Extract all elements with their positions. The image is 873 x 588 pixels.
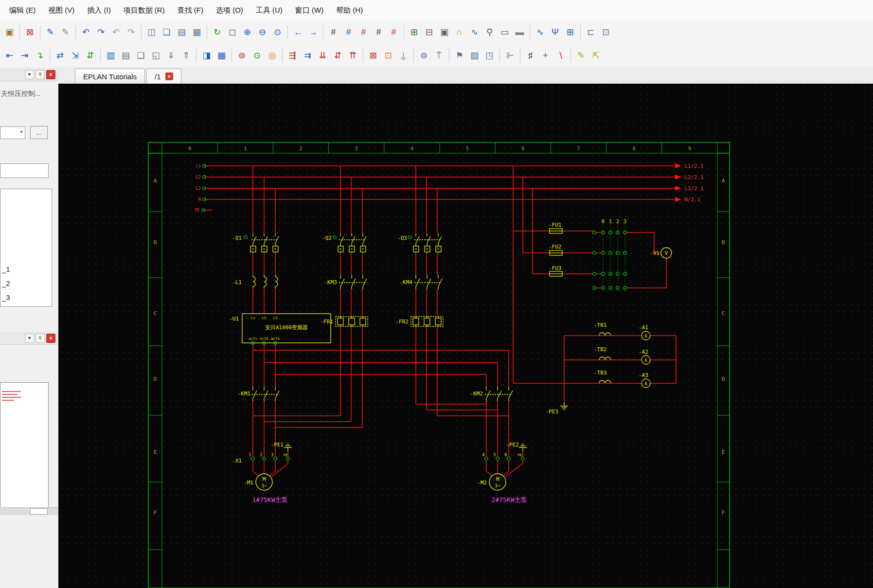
schematic-label[interactable]: -M2 bbox=[477, 480, 487, 486]
frame-column-label[interactable]: 5 bbox=[466, 146, 469, 151]
connections-generate-icon[interactable]: ⇶ bbox=[285, 49, 300, 63]
align-box-icon[interactable]: ⊡ bbox=[599, 25, 613, 39]
schematic-label[interactable]: PE bbox=[518, 453, 522, 457]
align-left-icon[interactable]: ⊏ bbox=[584, 25, 598, 39]
schematic-label[interactable]: L1/2.1 bbox=[684, 163, 704, 169]
schematic-label[interactable]: -A3 bbox=[639, 372, 648, 378]
symbol-thermal3[interactable] bbox=[411, 316, 443, 327]
redo-icon[interactable]: ↷ bbox=[94, 25, 108, 39]
schematic-label[interactable]: -FR2 bbox=[396, 319, 409, 325]
menu-item-2[interactable]: 插入 (I) bbox=[81, 3, 117, 18]
symbol-thermal3[interactable] bbox=[336, 316, 368, 327]
schematic-label[interactable]: L2 bbox=[262, 316, 266, 320]
frame-row-label[interactable]: C bbox=[722, 310, 725, 317]
symbol-fuse[interactable] bbox=[550, 250, 562, 255]
frame-column-label[interactable]: 3 bbox=[355, 146, 358, 151]
undo-list-icon[interactable]: ↶ bbox=[109, 25, 123, 39]
frame-column-label[interactable]: 6 bbox=[521, 146, 524, 151]
drawing-canvas[interactable]: 0123456789AABBCCDDEEFFL1/2.1L2/2.1L3/2.1… bbox=[58, 84, 873, 588]
schematic-label[interactable]: -Q1 bbox=[232, 235, 242, 241]
pointer-mode-icon[interactable]: ⇱ bbox=[589, 49, 603, 63]
symbol-ct[interactable] bbox=[599, 357, 611, 360]
symbol-ground-down[interactable] bbox=[560, 402, 568, 410]
schematic-label[interactable]: A bbox=[644, 381, 647, 386]
ruler-icon[interactable]: ▬ bbox=[513, 25, 527, 39]
zoom-out-icon[interactable]: ⊖ bbox=[255, 25, 269, 39]
schematic-label[interactable]: -A1 bbox=[639, 324, 648, 331]
grid-size-c-icon[interactable]: # bbox=[356, 25, 371, 39]
list-view-icon[interactable]: ▥ bbox=[104, 49, 118, 63]
symbol-contactor3[interactable] bbox=[485, 387, 513, 401]
goto-definition-icon[interactable]: ⇲ bbox=[68, 49, 82, 63]
schematic-label[interactable]: V bbox=[665, 250, 668, 256]
insert-cross-icon[interactable]: + bbox=[538, 49, 552, 63]
schematic-label[interactable]: -KM3 bbox=[324, 279, 338, 285]
hatch-area-icon[interactable]: ▨ bbox=[467, 49, 481, 63]
frame-row-label[interactable]: C bbox=[154, 310, 157, 317]
schematic-label[interactable]: 4 bbox=[482, 453, 485, 457]
schematic-label[interactable]: 1 bbox=[249, 453, 251, 457]
schematic-label[interactable]: -U1 bbox=[229, 316, 239, 322]
new-window-icon[interactable]: ◫ bbox=[144, 25, 159, 39]
schematic-label[interactable]: V/T2 bbox=[260, 337, 268, 341]
zoom-page-icon[interactable]: ⊙ bbox=[270, 25, 285, 39]
copy-page-icon[interactable]: ❏ bbox=[134, 49, 148, 63]
grid-size-d-icon[interactable]: # bbox=[372, 25, 386, 39]
import-page-icon[interactable]: ⇓ bbox=[164, 49, 178, 63]
frame-row-label[interactable]: A bbox=[154, 178, 157, 184]
filter-input[interactable] bbox=[0, 163, 49, 178]
tab-eplan-tutorials[interactable]: EPLAN Tutorials bbox=[75, 69, 145, 84]
window-cascade-icon[interactable]: ❏ bbox=[160, 25, 174, 39]
panel-close-icon[interactable]: × bbox=[46, 70, 55, 79]
schematic-label[interactable]: 安川A1000变频器 bbox=[265, 324, 308, 331]
symbol-ground-up[interactable] bbox=[519, 444, 527, 451]
schematic-label[interactable]: 2 bbox=[260, 453, 263, 457]
schematic-label[interactable]: -A2 bbox=[639, 349, 648, 355]
panel-pin-icon[interactable]: ⚲ bbox=[36, 70, 45, 79]
symbol-contactor3[interactable] bbox=[251, 387, 279, 401]
schematic-label[interactable]: -PE1 bbox=[271, 442, 284, 448]
direct-edit-icon[interactable]: ∩ bbox=[452, 25, 466, 39]
back-icon[interactable]: ← bbox=[291, 25, 305, 39]
interruption-point-icon[interactable]: ⊡ bbox=[381, 49, 395, 63]
frame-row-label[interactable]: E bbox=[154, 449, 157, 455]
schematic-label[interactable]: -L1 bbox=[232, 279, 242, 285]
net-grid-icon[interactable]: ⊞ bbox=[563, 25, 577, 39]
schematic-label[interactable]: -TB1 bbox=[594, 322, 607, 328]
panel3-field[interactable] bbox=[30, 508, 48, 515]
diagonal-line-icon[interactable]: ∖ bbox=[553, 49, 568, 63]
menu-item-7[interactable]: 窗口 (W) bbox=[289, 3, 330, 18]
symbol-database-icon[interactable]: ▦ bbox=[214, 49, 229, 63]
schematic-label[interactable]: M bbox=[496, 476, 499, 482]
schematic-label[interactable]: -PE3 bbox=[546, 409, 559, 415]
wire-network[interactable] bbox=[203, 166, 676, 477]
schematic-label[interactable]: -Q3 bbox=[397, 235, 407, 241]
terminal-point[interactable] bbox=[333, 236, 336, 239]
frame-row-label[interactable]: D bbox=[722, 376, 725, 382]
schematic-label[interactable]: -TB3 bbox=[594, 370, 607, 376]
schematic-label[interactable]: 3~ bbox=[262, 483, 267, 488]
symbol-breaker3[interactable] bbox=[338, 233, 366, 253]
symbol-contactor3[interactable] bbox=[339, 275, 367, 289]
schematic-label[interactable]: -TB2 bbox=[594, 346, 607, 353]
tab-close-icon[interactable]: × bbox=[165, 72, 173, 80]
format-copy-icon[interactable]: ✎ bbox=[58, 25, 72, 39]
panel-pin-icon[interactable]: ⚲ bbox=[36, 334, 45, 343]
terminal-point[interactable] bbox=[593, 231, 596, 234]
forward-icon[interactable]: → bbox=[306, 25, 320, 39]
menu-item-3[interactable]: 项目数据 (R) bbox=[117, 3, 171, 18]
symbol-breaker3[interactable] bbox=[413, 233, 442, 253]
signal-line-icon[interactable]: ∿ bbox=[533, 25, 547, 39]
selector-switch-lines[interactable] bbox=[603, 225, 625, 292]
schematic-label[interactable]: N bbox=[198, 197, 201, 202]
menu-item-8[interactable]: 帮助 (H) bbox=[330, 3, 369, 18]
schematic-label[interactable]: -FR1 bbox=[321, 319, 334, 325]
schematic-label[interactable]: L2/2.1 bbox=[684, 174, 704, 180]
menu-item-1[interactable]: 视图 (V) bbox=[42, 3, 81, 18]
frame-column-label[interactable]: 1 bbox=[244, 146, 247, 151]
page-preview-icon[interactable]: ▤ bbox=[175, 25, 189, 39]
insert-pin-icon[interactable]: ⚲ bbox=[482, 25, 497, 39]
symbol-breaker3[interactable] bbox=[250, 233, 279, 253]
terminal-point[interactable] bbox=[274, 457, 277, 460]
redo-list-icon[interactable]: ↷ bbox=[124, 25, 138, 39]
